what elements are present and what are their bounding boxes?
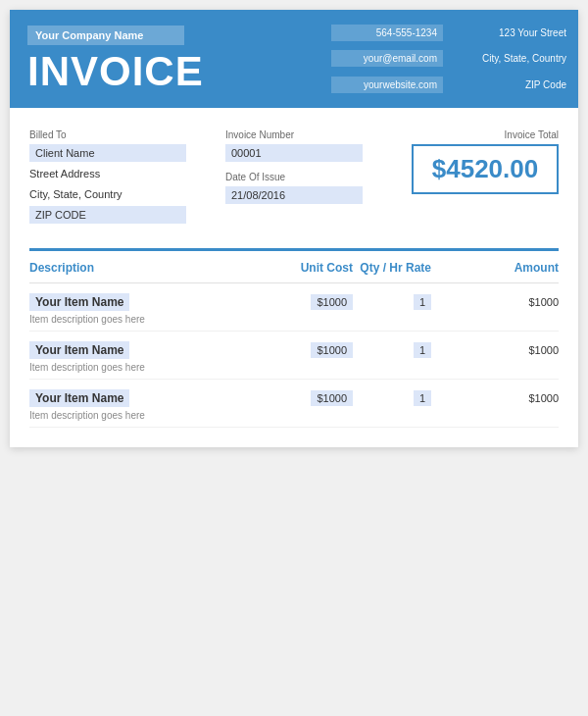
table-row: Your Item Name $1000 1 $1000 Item descri… — [29, 283, 559, 332]
invoice-total-block: Invoice Total $4520.00 — [392, 129, 559, 194]
row-main-3: Your Item Name $1000 1 $1000 — [29, 389, 559, 407]
item-amount-3: $1000 — [431, 392, 559, 404]
street-address: Street Address — [29, 165, 206, 182]
client-zip: ZIP CODE — [29, 206, 186, 224]
col-header-qty: Qty / Hr Rate — [353, 261, 431, 275]
col-header-amount: Amount — [431, 261, 559, 275]
header-middle: 564-555-1234 your@email.com yourwebsite.… — [323, 10, 451, 108]
row-main-1: Your Item Name $1000 1 $1000 — [29, 293, 559, 311]
total-amount: $4520.00 — [412, 144, 559, 194]
date-value: 21/08/2016 — [225, 186, 363, 204]
header-right: 123 Your Street City, State, Country ZIP… — [451, 10, 578, 108]
item-name-1: Your Item Name — [29, 293, 265, 311]
invoice-page: Your Company Name INVOICE 564-555-1234 y… — [10, 10, 578, 447]
header: Your Company Name INVOICE 564-555-1234 y… — [10, 10, 578, 108]
col-header-description: Description — [29, 261, 265, 275]
date-label: Date Of Issue — [225, 172, 372, 182]
item-unit-1: $1000 — [265, 294, 353, 310]
billed-to-block: Billed To Client Name Street Address Cit… — [29, 129, 206, 227]
item-unit-3: $1000 — [265, 390, 353, 406]
table-header-row: Description Unit Cost Qty / Hr Rate Amou… — [29, 251, 559, 283]
invoice-number-value: 00001 — [225, 144, 363, 162]
item-amount-1: $1000 — [431, 296, 559, 308]
zip-field: ZIP Code — [463, 77, 566, 93]
item-name-3: Your Item Name — [29, 389, 265, 407]
table-row: Your Item Name $1000 1 $1000 Item descri… — [29, 380, 559, 428]
billing-section: Billed To Client Name Street Address Cit… — [10, 108, 578, 236]
client-name: Client Name — [29, 144, 186, 162]
item-desc-3: Item description goes here — [29, 410, 559, 421]
item-qty-3: 1 — [353, 390, 431, 406]
street-field: 123 Your Street — [463, 25, 566, 41]
item-desc-2: Item description goes here — [29, 362, 559, 373]
invoice-title: INVOICE — [27, 51, 306, 92]
city-state-field: City, State, Country — [463, 50, 566, 67]
item-amount-2: $1000 — [431, 344, 559, 356]
item-qty-2: 1 — [353, 342, 431, 358]
table-row: Your Item Name $1000 1 $1000 Item descri… — [29, 332, 559, 380]
phone-field: 564-555-1234 — [331, 25, 443, 41]
client-city-state: City, State, Country — [29, 185, 206, 203]
website-field: yourwebsite.com — [331, 77, 443, 93]
item-desc-1: Item description goes here — [29, 314, 559, 325]
total-label: Invoice Total — [505, 129, 559, 140]
item-name-2: Your Item Name — [29, 341, 265, 359]
invoice-number-label: Invoice Number — [225, 129, 372, 140]
email-field: your@email.com — [331, 50, 443, 67]
billed-to-label: Billed To — [29, 129, 206, 140]
row-main-2: Your Item Name $1000 1 $1000 — [29, 341, 559, 359]
header-left: Your Company Name INVOICE — [10, 10, 323, 108]
item-unit-2: $1000 — [265, 342, 353, 358]
items-table: Description Unit Cost Qty / Hr Rate Amou… — [10, 251, 578, 447]
company-name: Your Company Name — [27, 26, 184, 45]
col-header-unit-cost: Unit Cost — [265, 261, 353, 275]
invoice-details-block: Invoice Number 00001 Date Of Issue 21/08… — [225, 129, 372, 214]
item-qty-1: 1 — [353, 294, 431, 310]
